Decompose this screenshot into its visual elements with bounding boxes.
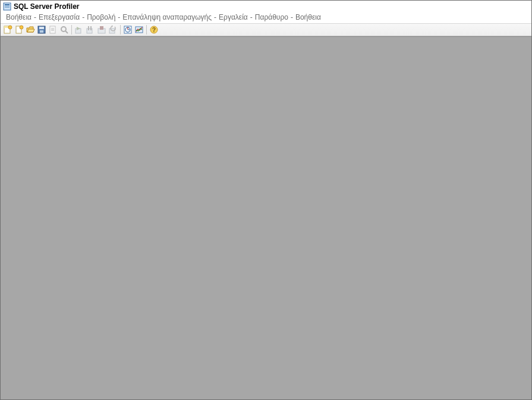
window-title: SQL Server Profiler xyxy=(14,2,80,11)
tuning-advisor-button[interactable] xyxy=(122,24,133,35)
new-trace-button[interactable] xyxy=(2,24,13,35)
svg-line-17 xyxy=(65,31,68,33)
titlebar: SQL Server Profiler xyxy=(1,1,531,12)
stop-trace-button xyxy=(96,24,107,35)
svg-rect-11 xyxy=(40,30,43,33)
svg-point-8 xyxy=(20,26,23,29)
toolbar-separator xyxy=(146,25,147,34)
pause-trace-button xyxy=(85,24,96,35)
svg-rect-21 xyxy=(90,26,92,30)
app-icon xyxy=(3,2,11,11)
menu-edit[interactable]: Επεξεργασία xyxy=(37,13,81,21)
menu-help[interactable]: Βοήθεια xyxy=(294,13,323,21)
menu-window[interactable]: Παράθυρο xyxy=(253,13,290,21)
toolbar: ? xyxy=(1,23,531,36)
svg-text:?: ? xyxy=(152,27,156,33)
performance-monitor-button[interactable] xyxy=(134,24,144,35)
svg-rect-13 xyxy=(51,28,54,29)
menu-view[interactable]: Προβολή xyxy=(85,13,117,21)
replay-button xyxy=(108,24,118,35)
svg-rect-3 xyxy=(5,7,10,8)
svg-point-6 xyxy=(8,26,12,29)
toolbar-separator xyxy=(71,25,72,34)
start-trace-button xyxy=(74,24,84,35)
save-button[interactable] xyxy=(36,24,47,35)
svg-rect-2 xyxy=(5,6,10,7)
app-window: SQL Server Profiler Βοήθεια - Επεξεργασί… xyxy=(0,0,532,400)
find-button xyxy=(59,24,70,35)
properties-button xyxy=(48,24,58,35)
menubar: Βοήθεια - Επεξεργασία - Προβολή - Επανάλ… xyxy=(1,12,531,23)
help-button[interactable]: ? xyxy=(149,24,159,35)
toolbar-separator xyxy=(120,25,121,34)
menu-replay[interactable]: Επανάληψη αναπαραγωγής xyxy=(121,13,213,21)
svg-rect-23 xyxy=(100,26,103,30)
menu-file[interactable]: Βοήθεια xyxy=(4,13,33,21)
menu-tools[interactable]: Εργαλεία xyxy=(217,13,250,21)
open-file-button[interactable] xyxy=(25,24,36,35)
svg-rect-1 xyxy=(5,4,10,5)
svg-point-16 xyxy=(61,27,66,32)
new-template-button[interactable] xyxy=(14,24,24,35)
svg-rect-20 xyxy=(88,26,89,30)
mdi-workspace xyxy=(1,36,531,399)
svg-rect-10 xyxy=(39,27,44,29)
svg-rect-14 xyxy=(51,29,54,30)
svg-rect-15 xyxy=(51,30,54,31)
